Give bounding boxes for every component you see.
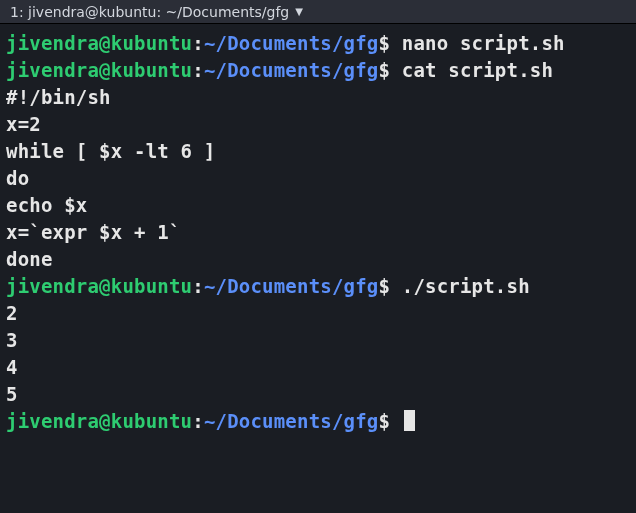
output-text: while [ $x -lt 6 ] <box>6 140 216 162</box>
command-text: nano script.sh <box>402 32 565 54</box>
prompt-path: ~/Documents/gfg <box>204 410 379 432</box>
prompt-sigil: $ <box>378 32 401 54</box>
prompt-separator: : <box>192 410 204 432</box>
terminal-viewport[interactable]: jivendra@kubuntu:~/Documents/gfg$ nano s… <box>0 24 636 441</box>
prompt-separator: : <box>192 275 204 297</box>
output-text: #!/bin/sh <box>6 86 111 108</box>
terminal-line: x=2 <box>6 111 630 138</box>
terminal-line: jivendra@kubuntu:~/Documents/gfg$ cat sc… <box>6 57 630 84</box>
output-text: x=2 <box>6 113 41 135</box>
prompt-user: jivendra@kubuntu <box>6 32 192 54</box>
prompt-user: jivendra@kubuntu <box>6 59 192 81</box>
prompt-user: jivendra@kubuntu <box>6 410 192 432</box>
command-text: cat script.sh <box>402 59 553 81</box>
output-text: 2 <box>6 302 18 324</box>
terminal-line: x=`expr $x + 1` <box>6 219 630 246</box>
window-titlebar[interactable]: 1: jivendra@kubuntu: ~/Documents/gfg ▼ <box>0 0 636 24</box>
terminal-line: 5 <box>6 381 630 408</box>
terminal-line: echo $x <box>6 192 630 219</box>
prompt-path: ~/Documents/gfg <box>204 275 379 297</box>
output-text: echo $x <box>6 194 87 216</box>
output-text: x=`expr $x + 1` <box>6 221 181 243</box>
output-text: done <box>6 248 53 270</box>
terminal-line: 2 <box>6 300 630 327</box>
terminal-line: 3 <box>6 327 630 354</box>
output-text: 4 <box>6 356 18 378</box>
prompt-separator: : <box>192 59 204 81</box>
terminal-line: do <box>6 165 630 192</box>
terminal-line: jivendra@kubuntu:~/Documents/gfg$ <box>6 408 630 435</box>
prompt-user: jivendra@kubuntu <box>6 275 192 297</box>
terminal-line: done <box>6 246 630 273</box>
output-text: 3 <box>6 329 18 351</box>
prompt-sigil: $ <box>378 275 401 297</box>
prompt-sigil: $ <box>378 410 401 432</box>
terminal-line: jivendra@kubuntu:~/Documents/gfg$ nano s… <box>6 30 630 57</box>
chevron-down-icon[interactable]: ▼ <box>295 6 303 17</box>
prompt-path: ~/Documents/gfg <box>204 59 379 81</box>
terminal-line: #!/bin/sh <box>6 84 630 111</box>
prompt-sigil: $ <box>378 59 401 81</box>
cursor <box>404 410 415 431</box>
window-title: 1: jivendra@kubuntu: ~/Documents/gfg <box>10 4 289 20</box>
prompt-path: ~/Documents/gfg <box>204 32 379 54</box>
terminal-line: while [ $x -lt 6 ] <box>6 138 630 165</box>
command-text: ./script.sh <box>402 275 530 297</box>
output-text: 5 <box>6 383 18 405</box>
terminal-line: 4 <box>6 354 630 381</box>
output-text: do <box>6 167 29 189</box>
terminal-line: jivendra@kubuntu:~/Documents/gfg$ ./scri… <box>6 273 630 300</box>
prompt-separator: : <box>192 32 204 54</box>
